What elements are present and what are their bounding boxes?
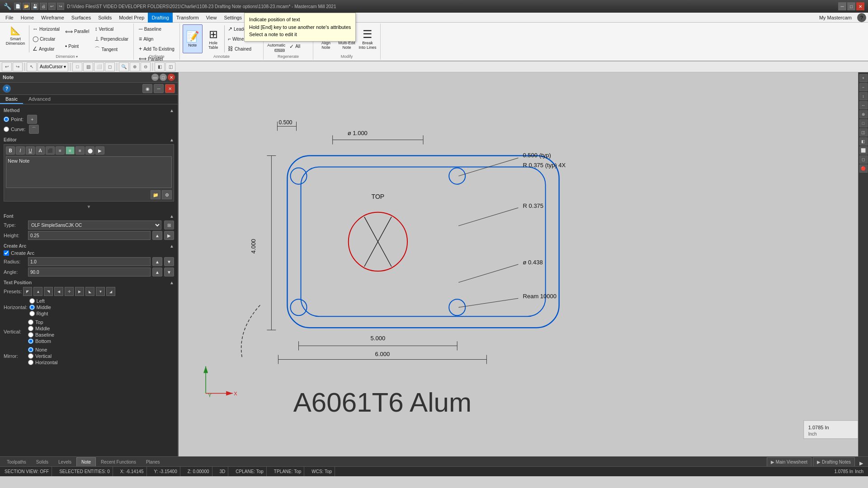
print-icon[interactable]: 🖨 — [40, 3, 47, 10]
rp-btn6[interactable]: □ — [859, 119, 868, 127]
font-height-up[interactable]: ▲ — [152, 231, 162, 240]
create-arc-section-header[interactable]: Create Arc ▲ — [4, 244, 174, 249]
create-arc-checkbox[interactable] — [4, 250, 9, 256]
font-height-select[interactable]: ▶ — [164, 231, 174, 240]
tab-levels[interactable]: Levels — [53, 457, 76, 466]
tb-zoom3[interactable]: ⊖ — [141, 62, 151, 71]
strikethrough-button[interactable]: A — [36, 146, 45, 155]
underline-button[interactable]: U — [26, 146, 35, 155]
align-button[interactable]: ≡ Align — [137, 34, 177, 43]
preset-mr[interactable]: ▶ — [75, 287, 84, 296]
preset-bc[interactable]: ▼ — [96, 287, 105, 296]
rp-btn1[interactable]: + — [859, 74, 868, 82]
preset-tl[interactable]: ◤ — [23, 287, 32, 296]
expand-arrow[interactable]: ▼ — [4, 203, 174, 210]
menu-transform[interactable]: Transform — [173, 13, 203, 23]
menu-settings[interactable]: Settings — [220, 13, 245, 23]
tb-select2[interactable]: ▧ — [83, 62, 93, 71]
save-icon[interactable]: 💾 — [31, 3, 38, 10]
menu-solids[interactable]: Solids — [94, 13, 115, 23]
method-section-header[interactable]: Method ▲ — [4, 108, 174, 113]
preset-tr[interactable]: ◥ — [44, 287, 53, 296]
tb-select1[interactable]: □ — [72, 62, 82, 71]
undo-icon[interactable]: ↩ — [48, 3, 56, 10]
perpendicular-dim-button[interactable]: ⊥ Perpendicular — [92, 34, 131, 43]
menu-view[interactable]: View — [203, 13, 221, 23]
help-button[interactable]: ? — [3, 84, 11, 93]
point-icon-btn[interactable]: + — [27, 115, 37, 124]
add-to-existing-button[interactable]: + Add To Existing — [137, 44, 177, 53]
rp-btn10[interactable]: ◻ — [859, 155, 868, 164]
special-char-button[interactable]: ▶ — [95, 146, 104, 155]
radius-down[interactable]: ▼ — [164, 257, 174, 266]
point-dim-button[interactable]: • Point — [63, 42, 91, 51]
radius-up[interactable]: ▲ — [152, 257, 162, 266]
viewsheet-scroll-right[interactable]: ▶ — [856, 460, 866, 466]
tb-view1[interactable]: ◧ — [155, 62, 165, 71]
menu-model-prep[interactable]: Model Prep — [115, 13, 148, 23]
radius-input[interactable] — [28, 257, 151, 266]
insert-symbol-button[interactable]: ⬤ — [85, 146, 94, 155]
all-regen-button[interactable]: ✓ All — [287, 42, 310, 51]
v-middle-radio[interactable] — [28, 326, 33, 331]
m-vertical-radio[interactable] — [28, 353, 33, 359]
tb-zoom1[interactable]: 🔍 — [119, 62, 129, 71]
tb-zoom2[interactable]: ⊕ — [130, 62, 140, 71]
rp-btn2[interactable]: − — [859, 83, 868, 91]
angular-dim-button[interactable]: ∠ Angular — [30, 44, 62, 53]
tb-undo[interactable]: ↩ — [2, 62, 12, 71]
rp-btn7[interactable]: ◫ — [859, 128, 868, 136]
tangent-dim-button[interactable]: ⌒ Tangent — [92, 44, 131, 55]
break-into-lines-button[interactable]: ☰ BreakInto Lines — [358, 24, 377, 53]
tb-select4[interactable]: ◻ — [105, 62, 115, 71]
vertical-dim-button[interactable]: ↕ Vertical — [92, 24, 131, 33]
m-none-radio[interactable] — [28, 347, 33, 352]
tab-toolpaths[interactable]: Toolpaths — [2, 457, 31, 466]
hole-table-button[interactable]: ⊞ HoleTable — [203, 24, 223, 53]
circular-dim-button[interactable]: ◯ Circular — [30, 34, 62, 43]
maximize-button[interactable]: □ — [847, 2, 855, 10]
tab-recent-functions[interactable]: Recent Functions — [96, 457, 141, 466]
h-right-radio[interactable] — [29, 311, 35, 316]
close-button[interactable]: ✕ — [856, 2, 864, 10]
panel-tb-btn2[interactable]: ─ — [154, 84, 164, 93]
h-middle-radio[interactable] — [29, 305, 35, 310]
tab-solids[interactable]: Solids — [31, 457, 53, 466]
rp-btn8[interactable]: ◧ — [859, 137, 868, 145]
rp-btn11[interactable]: 🔴 — [859, 164, 868, 173]
angle-input[interactable] — [28, 267, 151, 277]
horizontal-dim-button[interactable]: ↔ Horizontal — [30, 24, 62, 33]
font-browse-button[interactable]: ⊞ — [164, 221, 174, 230]
tab-advanced[interactable]: Advanced — [23, 95, 56, 104]
editor-import-button[interactable]: 📁 — [151, 190, 160, 199]
tb-view2[interactable]: ◫ — [165, 62, 175, 71]
panel-tb-btn1[interactable]: ◉ — [142, 84, 152, 93]
tab-basic[interactable]: Basic — [0, 95, 23, 104]
preset-br[interactable]: ◢ — [106, 287, 115, 296]
preset-bl[interactable]: ◣ — [85, 287, 94, 296]
viewsheet-drafting[interactable]: ▶ Drafting Notes — [813, 457, 855, 466]
h-left-radio[interactable] — [29, 298, 35, 304]
rp-btn5[interactable]: ⊕ — [859, 110, 868, 118]
chained-button[interactable]: ⛓ Chained — [226, 44, 260, 53]
angle-up[interactable]: ▲ — [152, 267, 162, 277]
bold-button[interactable]: B — [6, 146, 15, 155]
preset-mc[interactable]: ✛ — [65, 287, 74, 296]
v-top-radio[interactable] — [28, 319, 33, 325]
align-center-button[interactable]: ≡ — [66, 146, 75, 155]
menu-home[interactable]: Home — [17, 13, 38, 23]
align-left-button[interactable]: ≡ — [56, 146, 65, 155]
viewsheet-main[interactable]: ▶ Main Viewsheet — [767, 457, 811, 466]
menu-my-mastercam[interactable]: My Mastercam — [816, 13, 855, 23]
panel-pin-button[interactable]: — — [151, 74, 159, 81]
curve-icon-btn[interactable]: ⌒ — [29, 125, 39, 134]
color-button[interactable]: ⬛ — [46, 146, 55, 155]
m-horizontal-radio[interactable] — [28, 360, 33, 365]
minimize-button[interactable]: ─ — [838, 2, 846, 10]
panel-close-button[interactable]: ✕ — [168, 74, 175, 81]
font-type-select[interactable]: OLF SimpleSansCJK OC — [28, 221, 161, 230]
tab-note[interactable]: Note — [76, 457, 96, 466]
editor-settings-button[interactable]: ⚙ — [162, 190, 172, 199]
rp-btn4[interactable]: ↔ — [859, 101, 868, 109]
align-right-button[interactable]: ≡ — [75, 146, 85, 155]
